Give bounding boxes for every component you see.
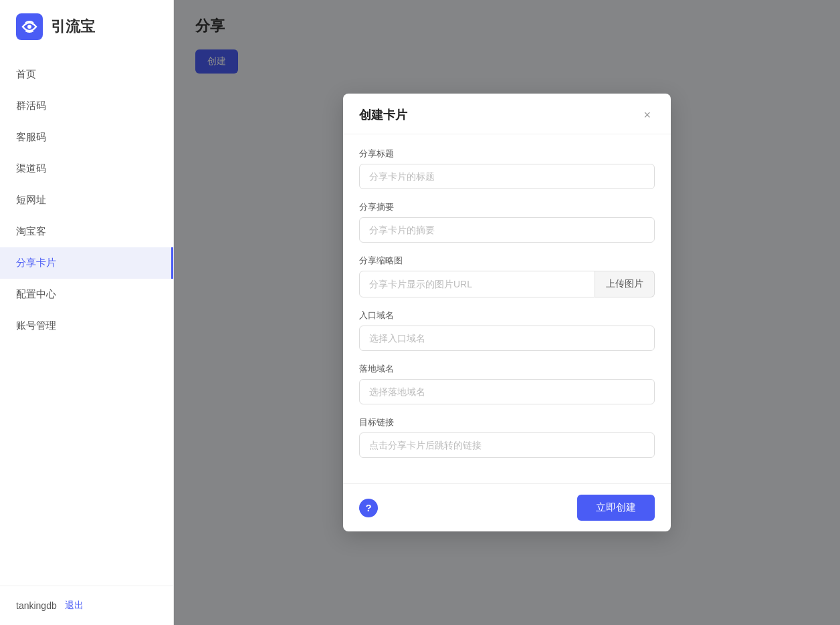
username-label: tankingdb: [16, 600, 57, 611]
landing-domain-group: 落地域名: [359, 363, 655, 404]
thumbnail-input-row: 上传图片: [359, 271, 655, 297]
submit-button[interactable]: 立即创建: [577, 495, 655, 521]
create-card-modal: 创建卡片 × 分享标题 分享摘要 分享缩略图: [343, 94, 671, 531]
share-title-group: 分享标题: [359, 148, 655, 189]
sidebar-footer: tankingdb 退出: [0, 586, 173, 625]
entry-domain-group: 入口域名: [359, 309, 655, 351]
target-link-group: 目标链接: [359, 416, 655, 458]
target-link-input[interactable]: [359, 432, 655, 458]
entry-domain-label: 入口域名: [359, 309, 655, 322]
modal-footer: ? 立即创建: [343, 483, 671, 531]
sidebar-item-channel-code[interactable]: 渠道码: [0, 153, 173, 184]
logo-area: 引流宝: [0, 0, 173, 53]
share-thumbnail-label: 分享缩略图: [359, 255, 655, 267]
share-summary-group: 分享摘要: [359, 201, 655, 243]
upload-image-button[interactable]: 上传图片: [595, 271, 655, 297]
modal-title: 创建卡片: [359, 107, 407, 123]
sidebar-item-home[interactable]: 首页: [0, 59, 173, 90]
sidebar-nav: 首页 群活码 客服码 渠道码 短网址 淘宝客 分享卡片 配置中心 账号管理: [0, 53, 173, 586]
sidebar-item-share-card[interactable]: 分享卡片: [0, 247, 173, 279]
sidebar-item-customer-code[interactable]: 客服码: [0, 122, 173, 153]
share-summary-label: 分享摘要: [359, 201, 655, 213]
main-content: 分享 创建 创建卡片 × 分享标题 分享摘要: [174, 0, 840, 625]
landing-domain-label: 落地域名: [359, 363, 655, 375]
sidebar-item-group-code[interactable]: 群活码: [0, 90, 173, 122]
help-button[interactable]: ?: [359, 499, 378, 517]
share-thumbnail-input[interactable]: [359, 271, 595, 297]
modal-body: 分享标题 分享摘要 分享缩略图 上传图片: [343, 134, 671, 483]
sidebar-item-short-url[interactable]: 短网址: [0, 184, 173, 216]
sidebar: 引流宝 首页 群活码 客服码 渠道码 短网址 淘宝客 分享卡片 配置中心 账号管…: [0, 0, 174, 625]
app-title: 引流宝: [51, 17, 95, 37]
share-title-label: 分享标题: [359, 148, 655, 160]
entry-domain-input[interactable]: [359, 326, 655, 351]
logout-button[interactable]: 退出: [65, 600, 84, 612]
app-logo-icon: [16, 13, 43, 40]
modal-close-button[interactable]: ×: [639, 108, 655, 122]
sidebar-item-account[interactable]: 账号管理: [0, 310, 173, 342]
share-summary-input[interactable]: [359, 217, 655, 243]
modal-header: 创建卡片 ×: [343, 94, 671, 134]
target-link-label: 目标链接: [359, 416, 655, 428]
share-title-input[interactable]: [359, 164, 655, 189]
sidebar-item-config-center[interactable]: 配置中心: [0, 279, 173, 310]
landing-domain-input[interactable]: [359, 379, 655, 404]
modal-wrapper: 创建卡片 × 分享标题 分享摘要 分享缩略图: [174, 0, 840, 625]
sidebar-item-taobao[interactable]: 淘宝客: [0, 216, 173, 247]
share-thumbnail-group: 分享缩略图 上传图片: [359, 255, 655, 297]
svg-point-1: [27, 25, 31, 29]
